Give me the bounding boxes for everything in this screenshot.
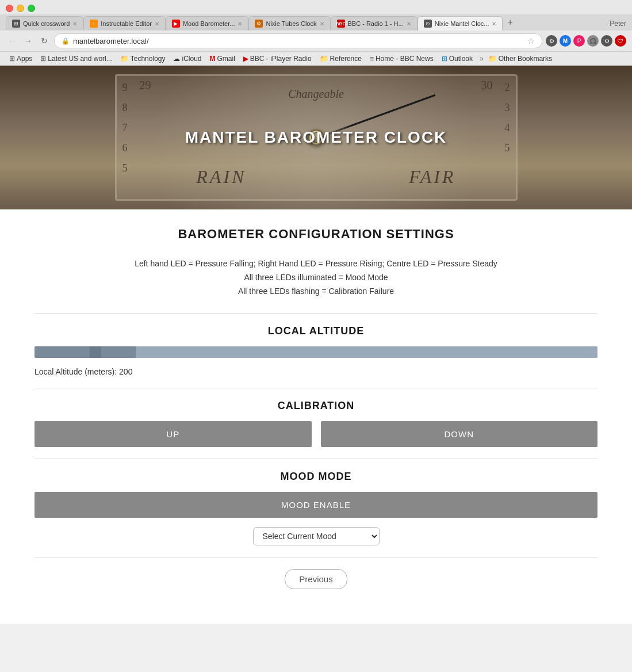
bookmark-outlook-label: Outlook bbox=[449, 55, 473, 63]
bookmark-gmail-label: Gmail bbox=[217, 55, 235, 63]
bookmark-bbc-news-label: Home - BBC News bbox=[376, 55, 434, 63]
bookmark-technology[interactable]: 📁 Technology bbox=[117, 54, 169, 64]
mood-section: MOOD MODE MOOD ENABLE Select Current Moo… bbox=[35, 471, 597, 545]
bookmark-bbc-radio[interactable]: ▶ BBC - iPlayer Radio bbox=[240, 54, 315, 64]
mood-enable-button[interactable]: MOOD ENABLE bbox=[35, 492, 597, 518]
maximize-button[interactable] bbox=[28, 5, 35, 12]
tab-close-5[interactable]: ✕ bbox=[407, 21, 411, 27]
altitude-label: Local Altitude (meters): 200 bbox=[35, 367, 597, 376]
info-line-2: All three LEDs illuminated = Mood Mode bbox=[35, 273, 597, 282]
divider-2 bbox=[35, 388, 597, 388]
lock-icon: 🔒 bbox=[62, 37, 70, 45]
bookmark-latest-news[interactable]: ⊞ Latest US and worl... bbox=[37, 54, 115, 64]
calibration-section: CALIBRATION UP DOWN bbox=[35, 400, 597, 447]
headphones-icon[interactable]: 🎧 bbox=[587, 35, 599, 47]
barometer-right-numbers: 2 3 4 5 bbox=[505, 82, 510, 154]
security-icon[interactable]: 🛡 bbox=[615, 35, 626, 47]
mood-select-container: Select Current Mood Happy Sad Excited Ca… bbox=[35, 527, 597, 545]
tab-nixie-mantel[interactable]: ⊙ Nixie Mantel Cloc... ✕ bbox=[417, 16, 503, 30]
profile-icon-p[interactable]: P bbox=[573, 35, 585, 47]
divider-1 bbox=[35, 313, 597, 314]
browser-icons: ⚙ M P 🎧 ⚙ 🛡 bbox=[546, 35, 626, 47]
bookmark-apps[interactable]: ⊞ Apps bbox=[6, 54, 36, 64]
calibration-down-button[interactable]: DOWN bbox=[321, 421, 598, 447]
altitude-section-title: LOCAL ALTITUDE bbox=[35, 325, 597, 337]
title-bar bbox=[0, 0, 632, 12]
back-button[interactable]: ← bbox=[6, 35, 18, 47]
tab-title-6: Nixie Mantel Cloc... bbox=[435, 20, 489, 27]
bbc-news-bookmark-icon: ≡ bbox=[370, 55, 374, 63]
bookmark-bbc-news[interactable]: ≡ Home - BBC News bbox=[366, 54, 437, 64]
tab-bbc-radio[interactable]: BBC BBC - Radio 1 - H... ✕ bbox=[331, 16, 417, 30]
bookmark-news-label: Latest US and worl... bbox=[48, 55, 112, 63]
tab-title-3: Mood Barometer... bbox=[183, 20, 235, 27]
baro-num-29: 29 bbox=[140, 79, 151, 92]
altitude-slider[interactable] bbox=[35, 346, 597, 358]
barometer-changeable-label: Changeable bbox=[288, 87, 344, 101]
tab-title-2: Instructable Editor bbox=[101, 20, 152, 27]
tab-title-5: BBC - Radio 1 - H... bbox=[348, 20, 404, 27]
tab-nixie-tubes[interactable]: ⚙ Nixie Tubes Clock ✕ bbox=[248, 16, 330, 30]
extensions-icon[interactable]: ⚙ bbox=[546, 35, 557, 47]
hero-section: 29 30 9 8 7 6 5 2 3 4 5 Changeable RAIN bbox=[0, 66, 632, 209]
tab-close-1[interactable]: ✕ bbox=[72, 21, 77, 27]
info-line-1: Left hand LED = Pressure Falling; Right … bbox=[35, 259, 597, 268]
gmail-bookmark-icon: M bbox=[210, 55, 216, 63]
bookmarks-more[interactable]: » bbox=[480, 55, 484, 63]
tab-instructable[interactable]: I Instructable Editor ✕ bbox=[83, 16, 166, 30]
tab-title-4: Nixie Tubes Clock bbox=[266, 20, 316, 27]
tab-icon-1: ⊞ bbox=[12, 20, 20, 28]
reload-button[interactable]: ↻ bbox=[38, 35, 51, 47]
calibration-up-button[interactable]: UP bbox=[35, 421, 312, 447]
bookmark-icloud-label: iCloud bbox=[182, 55, 201, 63]
tab-icon-6: ⊙ bbox=[424, 20, 432, 28]
baro-num-30: 30 bbox=[481, 79, 493, 92]
bookmark-reference[interactable]: 📁 Reference bbox=[316, 54, 365, 64]
config-area: BAROMETER CONFIGURATION SETTINGS Left ha… bbox=[0, 209, 632, 624]
tab-icon-2: I bbox=[90, 20, 98, 28]
tab-icon-3: ▶ bbox=[172, 20, 180, 28]
previous-button[interactable]: Previous bbox=[285, 569, 347, 589]
bookmark-other-label: Other Bookmarks bbox=[499, 55, 552, 63]
bookmark-icloud[interactable]: ☁ iCloud bbox=[170, 54, 205, 64]
close-button[interactable] bbox=[6, 5, 13, 12]
tab-icon-4: ⚙ bbox=[255, 20, 263, 28]
minimize-button[interactable] bbox=[17, 5, 24, 12]
bookmark-outlook[interactable]: ⊞ Outlook bbox=[438, 54, 476, 64]
user-label: Peter bbox=[604, 17, 632, 30]
bookmark-other[interactable]: 📁 Other Bookmarks bbox=[485, 54, 556, 64]
divider-3 bbox=[35, 459, 597, 459]
tab-quick-crossword[interactable]: ⊞ Quick crossword ✕ bbox=[6, 16, 83, 30]
bookmarks-bar: ⊞ Apps ⊞ Latest US and worl... 📁 Technol… bbox=[0, 51, 632, 66]
info-block: Left hand LED = Pressure Falling; Right … bbox=[35, 259, 597, 296]
bookmark-gmail[interactable]: M Gmail bbox=[206, 54, 239, 64]
address-bar: ← → ↻ 🔒 mantelbarometer.local/ ☆ ⚙ M P 🎧… bbox=[0, 30, 632, 51]
slider-container bbox=[35, 346, 597, 365]
forward-button[interactable]: → bbox=[22, 35, 35, 47]
bookmark-star-icon[interactable]: ☆ bbox=[527, 36, 535, 45]
profile-icon-m[interactable]: M bbox=[560, 35, 571, 47]
apps-bookmark-icon: ⊞ bbox=[9, 55, 15, 63]
new-tab-button[interactable]: + bbox=[503, 14, 517, 30]
tab-close-6[interactable]: ✕ bbox=[492, 21, 496, 27]
bookmark-bbc-radio-label: BBC - iPlayer Radio bbox=[250, 55, 312, 63]
url-text: mantelbarometer.local/ bbox=[73, 37, 524, 45]
tech-bookmark-icon: 📁 bbox=[120, 55, 129, 63]
hero-title: MANTEL BAROMETER CLOCK bbox=[185, 128, 447, 147]
previous-button-container: Previous bbox=[35, 569, 597, 589]
outlook-bookmark-icon: ⊞ bbox=[442, 55, 447, 63]
settings-icon[interactable]: ⚙ bbox=[601, 35, 612, 47]
barometer-fair-label: FAIR bbox=[409, 166, 455, 188]
other-bookmarks-icon: 📁 bbox=[488, 55, 497, 63]
page-content: 29 30 9 8 7 6 5 2 3 4 5 Changeable RAIN bbox=[0, 66, 632, 624]
tab-close-4[interactable]: ✕ bbox=[320, 21, 324, 27]
tab-mood-barometer[interactable]: ▶ Mood Barometer... ✕ bbox=[166, 16, 249, 30]
news-bookmark-icon: ⊞ bbox=[40, 55, 46, 63]
tab-close-3[interactable]: ✕ bbox=[238, 21, 242, 27]
mood-select[interactable]: Select Current Mood Happy Sad Excited Ca… bbox=[253, 527, 380, 545]
url-bar[interactable]: 🔒 mantelbarometer.local/ ☆ bbox=[54, 33, 542, 48]
tab-close-2[interactable]: ✕ bbox=[155, 21, 159, 27]
tabs-bar: ⊞ Quick crossword ✕ I Instructable Edito… bbox=[0, 14, 632, 30]
bbc-radio-bookmark-icon: ▶ bbox=[243, 55, 248, 63]
barometer-rain-label: RAIN bbox=[196, 166, 246, 188]
